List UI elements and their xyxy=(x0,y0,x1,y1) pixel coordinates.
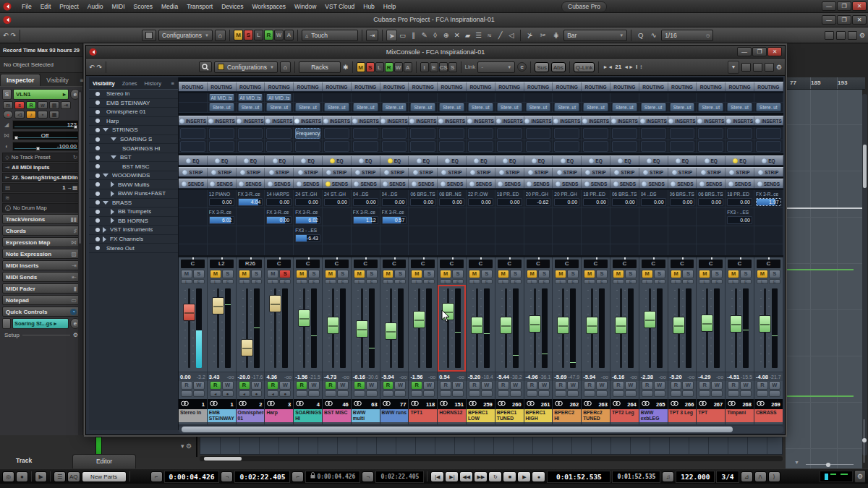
fader-value[interactable]: -5.20 xyxy=(468,374,480,380)
output-routing-button[interactable]: Stere..ut xyxy=(670,103,695,111)
send-cell[interactable] xyxy=(467,244,495,256)
auto-w-button[interactable]: W xyxy=(274,30,284,40)
pan-control[interactable]: C xyxy=(265,257,293,270)
send-level-bar[interactable]: 0.00 xyxy=(439,198,464,206)
eq-power-icon[interactable] xyxy=(589,158,594,163)
rack-header-cell[interactable]: INSERTS xyxy=(668,116,697,125)
solo-button[interactable]: S xyxy=(654,270,665,278)
fader-value[interactable]: -5.94 xyxy=(382,374,394,380)
write-button[interactable]: W xyxy=(423,381,435,390)
fader-cap[interactable] xyxy=(298,309,310,327)
insert-slot[interactable] xyxy=(554,128,579,139)
insert-slot[interactable] xyxy=(295,141,320,152)
solo-button[interactable]: S xyxy=(625,270,637,278)
transport-forward-button[interactable]: ▶▶ xyxy=(474,471,488,482)
send-slot-label[interactable]: 04 ..DS xyxy=(641,191,666,197)
send-cell[interactable] xyxy=(467,208,495,226)
grid-icon[interactable]: ⋕ xyxy=(550,30,561,41)
rack-header-cell[interactable]: SENDS xyxy=(352,179,380,188)
send-level-bar[interactable]: 0.00 xyxy=(670,198,695,206)
send-level-bar[interactable]: 0.00 xyxy=(295,198,320,206)
vscroll-thumb[interactable] xyxy=(863,145,867,188)
tool-scrub-icon[interactable]: ◁ xyxy=(506,30,516,41)
pan-value[interactable]: C xyxy=(354,260,378,268)
input-routing-button[interactable]: All MID..ts xyxy=(209,94,234,101)
fader-value[interactable]: 4.36 xyxy=(266,374,277,380)
mute-button[interactable]: M xyxy=(584,270,595,278)
mute-button[interactable]: M xyxy=(239,270,250,278)
send-cell[interactable]: FX3 - ..ES0.00 xyxy=(726,208,754,226)
menu-scores[interactable]: Scores xyxy=(129,0,157,13)
grid-type-dropdown[interactable]: Bar▼ xyxy=(563,30,627,41)
project-titlebar[interactable]: Cubase Pro Project - FCA Inspirational-0… xyxy=(0,13,868,27)
pan-value[interactable]: C xyxy=(613,260,637,268)
insert-slot[interactable] xyxy=(698,141,723,152)
rack-header-cell[interactable]: ROUTING xyxy=(524,82,553,91)
send-slot-label[interactable]: 06 BRS..TS xyxy=(410,191,435,197)
project-maximize-button[interactable]: ❐ xyxy=(837,15,851,25)
mix-dropdown-icon[interactable]: ▼ xyxy=(728,61,739,74)
inserts-power-icon[interactable] xyxy=(409,119,414,124)
read-button[interactable]: R xyxy=(498,381,509,390)
insert-cell[interactable] xyxy=(352,127,380,140)
track-solo-indicator[interactable]: S xyxy=(2,89,12,100)
send-slot-label[interactable]: 14 HARPS xyxy=(266,191,292,197)
visibility-dot-icon[interactable] xyxy=(95,228,100,232)
send-slot-label[interactable]: 22 P..OW xyxy=(468,191,493,197)
send-slot-label[interactable]: FX 3-R..ce xyxy=(353,209,378,215)
send-cell[interactable] xyxy=(352,226,380,244)
channel-name[interactable]: Omnisphere 01 xyxy=(237,409,265,422)
insert-cell[interactable]: Frequency xyxy=(294,127,323,140)
menu-workspaces[interactable]: Workspaces xyxy=(247,0,290,13)
visibility-item-soaring-s[interactable]: SOARING S xyxy=(89,135,178,145)
insert-cell[interactable] xyxy=(668,140,697,153)
panel-expression-map[interactable]: Expression Map⋈ xyxy=(2,237,80,247)
mix-auto-a-button[interactable]: A xyxy=(404,62,412,72)
mute-button[interactable]: M xyxy=(498,270,509,278)
mix-tab-menu-icon[interactable]: ≡ xyxy=(168,80,178,87)
inserts-power-icon[interactable] xyxy=(294,119,299,124)
send-cell[interactable] xyxy=(639,208,668,226)
write-button[interactable]: W xyxy=(222,381,234,390)
marker-button-2[interactable]: /\ xyxy=(754,471,767,482)
write-button[interactable]: W xyxy=(711,381,723,390)
transport-play-button[interactable]: ▶ xyxy=(517,471,531,482)
send-cell[interactable]: FX 3-R..ce0.00 xyxy=(265,208,294,226)
patch-field[interactable]: ≋ xyxy=(2,193,80,202)
routing-input-cell[interactable]: All MID..ts xyxy=(265,93,294,102)
rack-header-cell[interactable]: INSERTS xyxy=(323,116,352,125)
send-cell[interactable] xyxy=(179,244,208,256)
send-level-bar[interactable]: 0.00 xyxy=(382,198,407,206)
rack-header-cell[interactable]: ROUTING xyxy=(352,82,380,91)
send-slot-label[interactable]: FX 3-R..ce xyxy=(295,209,320,215)
listen-button[interactable]: L xyxy=(354,279,365,284)
sends-power-icon[interactable] xyxy=(584,181,590,187)
pan-control[interactable]: C xyxy=(582,257,610,270)
rack-header-cell[interactable]: SENDS xyxy=(237,179,265,188)
pan-value[interactable]: R26 xyxy=(239,260,263,268)
routing-output-cell[interactable]: Stere..ut xyxy=(323,103,352,112)
rack-header-cell[interactable]: SENDS xyxy=(668,179,697,188)
send-cell[interactable] xyxy=(582,208,610,226)
insert-cell[interactable] xyxy=(495,140,524,153)
rack-header-cell[interactable]: STRIP xyxy=(237,168,265,176)
mute-button[interactable]: M xyxy=(699,270,710,278)
record-enable-button[interactable]: ● xyxy=(251,390,263,397)
inserts-power-icon[interactable] xyxy=(352,119,357,124)
eq-power-icon[interactable] xyxy=(301,158,306,163)
send-level-bar[interactable]: 0.00 xyxy=(727,216,752,224)
pan-value[interactable]: C xyxy=(325,260,349,268)
strip-power-icon[interactable] xyxy=(441,170,446,175)
expand-arrow-icon[interactable] xyxy=(111,209,114,215)
send-cell[interactable]: 04 ..DS0.00 xyxy=(639,190,668,207)
solo-button[interactable]: S xyxy=(682,270,694,278)
solo-button[interactable]: S xyxy=(510,270,522,278)
write-button[interactable]: W xyxy=(769,381,780,390)
record-enable-button[interactable]: ● xyxy=(222,390,234,397)
rack-header-cell[interactable]: ROUTING xyxy=(754,82,783,91)
rack-header-cell[interactable]: STRIP xyxy=(467,168,495,176)
fader-cap[interactable] xyxy=(500,317,512,334)
insert-cell[interactable] xyxy=(582,127,610,140)
channel-name[interactable]: BST MISC xyxy=(323,409,351,422)
fader-value[interactable]: -1.56 xyxy=(295,374,307,380)
